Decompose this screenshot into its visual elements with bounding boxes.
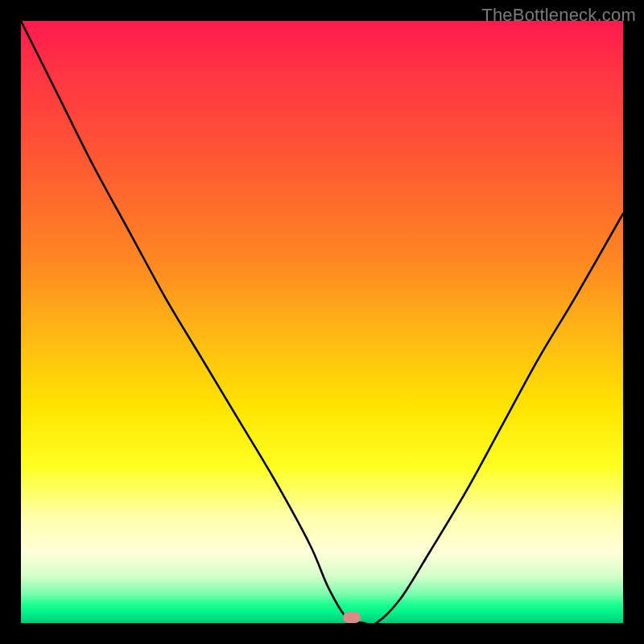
chart-plot-area — [21, 21, 623, 623]
optimal-marker — [343, 612, 361, 623]
bottleneck-curve — [21, 21, 623, 623]
watermark-text: TheBottleneck.com — [481, 5, 636, 26]
